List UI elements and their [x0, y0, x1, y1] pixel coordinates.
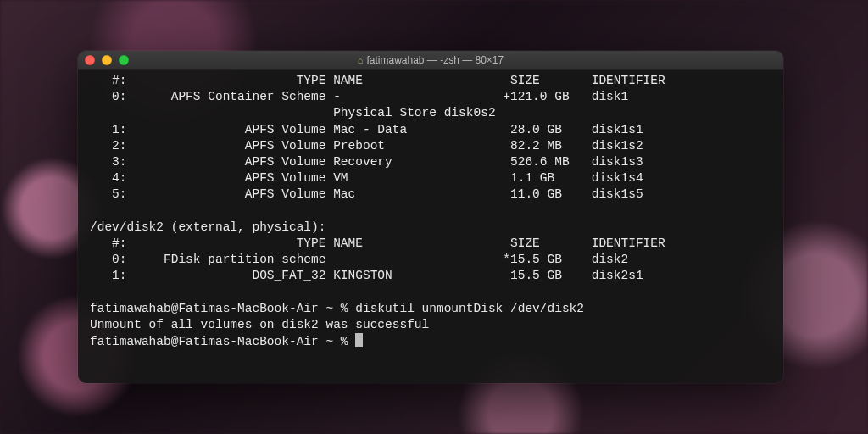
table-header: #: TYPE NAME SIZE IDENTIFIER — [90, 236, 665, 250]
table-row: 0: APFS Container Scheme - +121.0 GB dis… — [90, 90, 628, 103]
terminal-output[interactable]: #: TYPE NAME SIZE IDENTIFIER 0: APFS Con… — [78, 70, 783, 383]
shell-prompt: fatimawahab@Fatimas-MacBook-Air ~ % — [90, 335, 355, 348]
close-icon[interactable] — [85, 55, 95, 65]
table-row: 1: APFS Volume Mac - Data 28.0 GB disk1s… — [90, 123, 643, 136]
table-row: 0: FDisk_partition_scheme *15.5 GB disk2 — [90, 253, 628, 266]
minimize-icon[interactable] — [102, 55, 112, 65]
terminal-window: ⌂fatimawahab — -zsh — 80×17 #: TYPE NAME… — [78, 51, 783, 383]
table-row: 3: APFS Volume Recovery 526.6 MB disk1s3 — [90, 155, 643, 169]
disk-section-title: /dev/disk2 (external, physical): — [90, 220, 326, 234]
table-row: 5: APFS Volume Mac 11.0 GB disk1s5 — [90, 187, 643, 201]
home-folder-icon: ⌂ — [358, 55, 364, 65]
table-row: 1: DOS_FAT_32 KINGSTON 15.5 GB disk2s1 — [90, 269, 643, 282]
window-title: ⌂fatimawahab — -zsh — 80×17 — [78, 54, 783, 66]
table-row: 4: APFS Volume VM 1.1 GB disk1s4 — [90, 171, 643, 185]
command-result: Unmount of all volumes on disk2 was succ… — [90, 318, 429, 331]
window-title-text: fatimawahab — -zsh — 80×17 — [366, 54, 504, 66]
table-header: #: TYPE NAME SIZE IDENTIFIER — [90, 74, 665, 87]
maximize-icon[interactable] — [119, 55, 129, 65]
table-row: 2: APFS Volume Preboot 82.2 MB disk1s2 — [90, 139, 643, 153]
window-controls — [85, 55, 129, 65]
command-line: fatimawahab@Fatimas-MacBook-Air ~ % disk… — [90, 302, 584, 315]
window-titlebar[interactable]: ⌂fatimawahab — -zsh — 80×17 — [78, 51, 783, 70]
physical-store-line: Physical Store disk0s2 — [90, 106, 496, 120]
cursor-icon — [355, 333, 363, 347]
